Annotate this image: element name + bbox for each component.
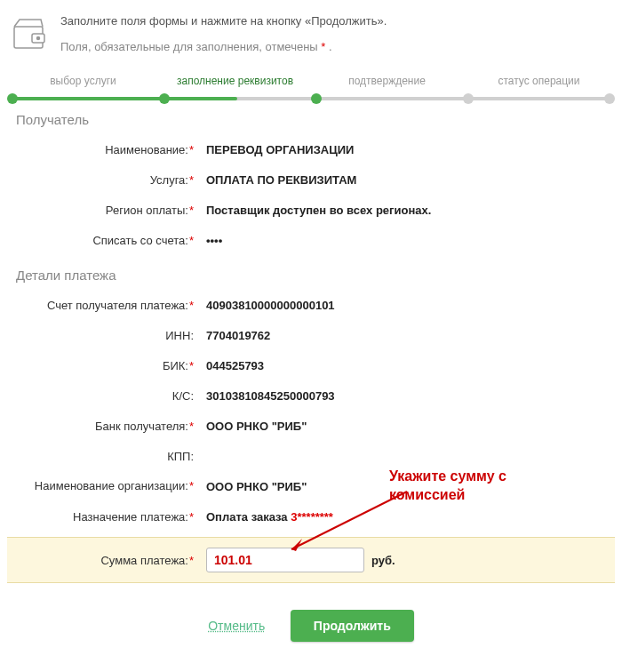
service-value: ОПЛАТА ПО РЕКВИЗИТАМ [197, 173, 356, 187]
service-label: Услуга: [150, 173, 188, 187]
details-section-title: Детали платежа [16, 268, 615, 283]
bank-value: ООО РНКО "РИБ" [197, 420, 307, 433]
name-value: ПЕРЕВОД ОРГАНИЗАЦИИ [197, 143, 354, 156]
amount-input[interactable] [206, 548, 364, 572]
step-2: заполнение реквизитов [159, 75, 311, 87]
step-1: выбор услуги [7, 75, 159, 87]
progress-stepper: выбор услуги заполнение реквизитов подтв… [7, 77, 615, 90]
ks-value: 30103810845250000793 [197, 389, 335, 403]
inn-label: ИНН: [165, 329, 194, 342]
receiver-section-title: Получатель [16, 112, 615, 127]
cancel-button[interactable]: Отменить [208, 619, 265, 633]
recipient-acc-value: 40903810000000000101 [197, 299, 335, 312]
inn-value: 7704019762 [197, 329, 270, 342]
bik-value: 044525793 [197, 359, 264, 372]
region-value: Поставщик доступен во всех регионах. [197, 204, 431, 217]
purpose-label: Назначение платежа: [73, 510, 188, 524]
bik-label: БИК: [163, 359, 188, 372]
wallet-icon [7, 9, 60, 60]
required-fields-note: Поля, обязательные для заполнения, отмеч… [60, 38, 387, 57]
bank-label: Банк получателя: [95, 420, 188, 433]
ks-label: К/С: [172, 389, 194, 403]
recipient-acc-label: Счет получателя платежа: [47, 299, 188, 312]
purpose-value: Оплата заказа 3******** [197, 510, 333, 524]
amount-label: Сумма платежа: [100, 554, 187, 567]
svg-point-2 [37, 37, 40, 40]
continue-button[interactable]: Продолжить [291, 610, 414, 642]
account-label: Списать со счета: [92, 234, 188, 247]
account-value: •••• [197, 234, 222, 247]
orgname-value: ООО РНКО "РИБ" [197, 480, 307, 493]
orgname-label: Наименование организации: [35, 479, 188, 492]
name-label: Наименование: [105, 143, 188, 156]
currency-label: руб. [371, 554, 395, 567]
region-label: Регион оплаты: [106, 204, 188, 217]
kpp-label: КПП: [167, 450, 194, 463]
step-3: подтверждение [311, 75, 463, 87]
step-4: статус операции [463, 75, 615, 87]
instruction-text: Заполните поля формы и нажмите на кнопку… [60, 12, 387, 31]
